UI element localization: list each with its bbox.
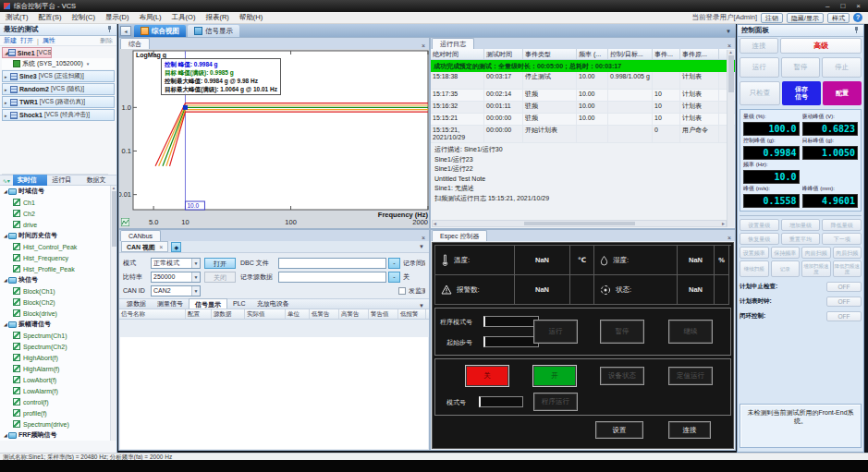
add-view-button[interactable]: ◆ <box>171 242 181 252</box>
browse-dbc-button[interactable]: - <box>388 258 400 269</box>
bitrate-select[interactable]: 250000▼ <box>151 272 201 283</box>
column-header[interactable]: 单位 <box>286 309 310 319</box>
close-icon[interactable]: × <box>418 235 429 241</box>
stop-button[interactable]: 停止 <box>822 57 862 78</box>
espec-connect-button[interactable]: 连接 <box>668 421 711 439</box>
close-can-button[interactable]: 关闭 <box>204 272 236 283</box>
menu-item[interactable]: 工具(O) <box>172 13 196 21</box>
chevron-down-icon[interactable]: ▼ <box>419 303 427 309</box>
test-item-Sine1[interactable]: ◢Sine1[VCS (正弦扫频)] <box>2 47 52 58</box>
chevron-down-icon[interactable]: ▼ <box>419 244 427 249</box>
espec-off-button[interactable]: 关 <box>465 365 509 387</box>
toggle-button[interactable]: OFF <box>826 282 862 292</box>
browse-source-button[interactable]: - <box>388 272 400 283</box>
open-button[interactable]: 打开 <box>204 258 236 269</box>
grid-button-增加量级[interactable]: 增加量级 <box>781 219 821 231</box>
can-subtab-测量信号[interactable]: 测量信号 <box>152 298 189 309</box>
test-system-item[interactable]: 系统 (SYS_1052000)▾ <box>2 58 115 69</box>
can-subtab-充放电设备[interactable]: 充放电设备 <box>251 298 295 309</box>
signal-item-Block(drive)[interactable]: Block(drive) <box>0 308 111 319</box>
test-item-TWR1[interactable]: ▸TWR1[VCS (路谱仿真)] <box>2 96 115 108</box>
can-table-body[interactable] <box>120 337 428 449</box>
dock-menu-button[interactable]: ◂ <box>120 26 131 36</box>
minimize-button[interactable]: – <box>825 2 829 10</box>
signal-item-Block(Ch1)[interactable]: Block(Ch1) <box>0 285 111 297</box>
chevron-down-icon[interactable]: ▾ <box>87 61 90 67</box>
advanced-button[interactable]: 高级 <box>780 38 862 54</box>
signals-vscrollbar[interactable]: ▲ <box>110 186 116 441</box>
column-header[interactable]: 信号名称 <box>119 309 186 319</box>
runlog-hscrollbar[interactable]: ◄► <box>432 220 727 227</box>
signal-item-profile(f)[interactable]: profile(f) <box>0 407 111 418</box>
column-header[interactable]: 高警告 <box>339 309 369 319</box>
signal-group-FRF频响信号[interactable]: ◢FRF频响信号 <box>0 430 111 441</box>
tab-espec[interactable]: Espec 控制器 <box>432 230 487 241</box>
signal-group-振幅谱信号[interactable]: ◢振幅谱信号 <box>0 319 111 330</box>
start-step-input[interactable] <box>483 336 539 347</box>
espec-settings-button[interactable]: 设置 <box>595 421 643 439</box>
signal-item-Hist_Profile_Peak[interactable]: Hist_Profile_Peak <box>0 263 111 274</box>
grid-button-增加扫频速度[interactable]: 增加扫频速度 <box>801 260 831 277</box>
column-header[interactable]: 事件原... <box>680 49 719 59</box>
menu-item[interactable]: 布局(L) <box>139 13 161 21</box>
properties-link[interactable]: 属性 <box>43 36 55 45</box>
tab-运行目录[interactable]: 运行目录 <box>47 175 81 186</box>
run-button[interactable]: 运行 <box>740 57 779 78</box>
grid-button-降低量级[interactable]: 降低量级 <box>822 219 862 231</box>
record-source-input[interactable] <box>278 272 386 283</box>
save-signal-button[interactable]: 保存信号 <box>782 81 821 105</box>
hide-show-button[interactable]: 隐藏/显示 <box>787 13 824 23</box>
signal-item-Hist_Control_Peak[interactable]: Hist_Control_Peak <box>0 241 111 252</box>
signal-item-Spectrum(drive)[interactable]: Spectrum(drive) <box>0 418 111 430</box>
close-icon[interactable]: × <box>724 42 735 49</box>
grid-button-记录[interactable]: 记录 <box>771 260 801 277</box>
pin-icon[interactable] <box>106 26 113 33</box>
style-button[interactable]: 样式 <box>827 13 850 23</box>
close-icon[interactable]: × <box>418 42 429 49</box>
help-icon[interactable]: ? <box>853 13 862 22</box>
canid-select[interactable]: CAN2▼ <box>151 285 201 297</box>
tab-integrated[interactable]: 综合 <box>120 38 150 49</box>
waveform-icon[interactable]: ∿▾ <box>0 177 13 184</box>
table-row[interactable]: 15:15:21, 2021/10/2900:00:00开始计划表0用户命令 <box>431 126 735 143</box>
splitter[interactable] <box>736 24 737 453</box>
mode-no-input[interactable] <box>479 396 523 407</box>
program-mode-input[interactable] <box>483 316 539 327</box>
signal-group-块信号[interactable]: ◢块信号 <box>0 274 111 285</box>
table-row[interactable]: 15:17:3500:02:14驻频10.0010计划表 <box>431 90 735 102</box>
delete-link[interactable]: 删除 <box>100 36 113 45</box>
connect-button[interactable]: 连接 <box>740 38 778 54</box>
column-header[interactable]: 事件... <box>653 49 680 59</box>
signal-item-drive[interactable]: drive <box>0 219 111 230</box>
signal-item-HighAlarm(f)[interactable]: HighAlarm(f) <box>0 363 111 374</box>
program-run-button[interactable]: 程序运行 <box>533 393 578 411</box>
menu-item[interactable]: 报表(R) <box>205 13 228 21</box>
tab-runlog[interactable]: 运行日志 <box>432 38 474 49</box>
scroll-left-icon[interactable]: ◄ <box>433 221 437 226</box>
grid-button-向前扫频[interactable]: 向前扫频 <box>801 247 831 259</box>
grid-button-降低扫频速度[interactable]: 降低扫频速度 <box>833 260 862 277</box>
column-header[interactable]: 配置 <box>186 309 212 319</box>
new-test-link[interactable]: 新建 <box>4 36 17 45</box>
grid-button-下一项[interactable]: 下一项 <box>822 233 862 245</box>
chevron-down-icon[interactable]: ▼ <box>191 259 200 268</box>
scroll-thumb[interactable] <box>524 222 635 225</box>
test-item-Sine3[interactable]: ▸Sine3[VCS (正弦扫频)] <box>2 70 115 82</box>
signal-item-HighAbort(f)[interactable]: HighAbort(f) <box>0 352 111 363</box>
column-header[interactable]: 警告值 <box>369 309 398 319</box>
espec-continue-button[interactable]: 继续 <box>668 320 713 344</box>
signal-group-时域信号[interactable]: ◢时域信号 <box>0 186 111 197</box>
signal-item-LowAbort(f)[interactable]: LowAbort(f) <box>0 374 111 385</box>
can-subtab-PLC[interactable]: PLC <box>227 298 251 309</box>
grid-button-设置量级[interactable]: 设置量级 <box>740 219 779 231</box>
tab-signal-display[interactable]: 信号显示 <box>188 25 239 37</box>
maximize-button[interactable]: □ <box>840 2 845 10</box>
device-status-button[interactable]: 设备状态 <box>600 367 644 385</box>
close-icon[interactable]: × <box>159 244 163 250</box>
toggle-button[interactable]: OFF <box>826 311 862 321</box>
espec-run-button[interactable]: 运行 <box>533 320 578 344</box>
tab-实时信号[interactable]: 实时信号 <box>13 175 47 186</box>
grid-button-继续扫频[interactable]: 继续扫频 <box>740 260 769 277</box>
table-row[interactable]: 15:16:3200:01:11驻频10.0010计划表 <box>431 102 735 114</box>
table-row[interactable]: 15:15:2100:00:00驻频10.0010计划表 <box>431 114 735 126</box>
